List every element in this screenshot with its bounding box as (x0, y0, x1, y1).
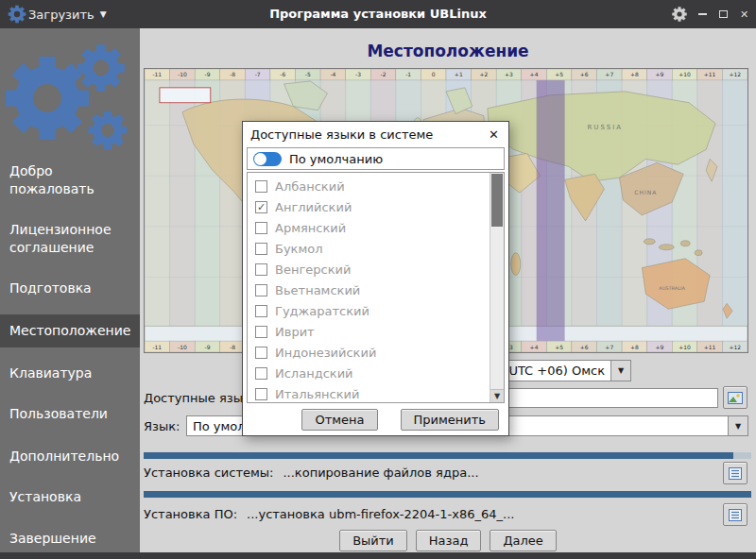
svg-text:-5: -5 (305, 71, 311, 77)
sidebar-item-7[interactable]: Дополнительно (0, 448, 140, 466)
language-row[interactable]: Букмол (248, 238, 490, 259)
scrollbar[interactable]: ▼ (490, 173, 504, 402)
default-toggle-label: По умолчанию (289, 152, 383, 166)
chevron-down-icon: ▼ (735, 422, 741, 431)
page-title: Местоположение (140, 42, 756, 60)
sidebar-item-3[interactable]: Подготовка (0, 280, 140, 297)
default-toggle-row[interactable]: По умолчанию (247, 147, 505, 170)
svg-text:+5: +5 (555, 344, 563, 350)
language-row[interactable]: Вьетнамский (248, 280, 490, 300)
language-checkbox[interactable] (255, 326, 267, 338)
languages-dialog: Доступные языки в системе ✕ По умолчанию… (242, 121, 509, 436)
language-row[interactable]: Иврит (248, 321, 490, 342)
language-name: Итальянский (275, 387, 359, 401)
language-checkbox[interactable]: ✓ (255, 201, 267, 213)
system-log-button[interactable] (723, 462, 747, 484)
back-button[interactable]: Назад (416, 530, 482, 551)
exit-button[interactable]: Выйти (339, 530, 407, 551)
minimize-icon[interactable] (696, 8, 709, 21)
sidebar-item-6[interactable]: Пользователи (0, 405, 140, 423)
language-checkbox[interactable] (255, 284, 267, 296)
default-toggle[interactable] (253, 152, 282, 166)
svg-text:+7: +7 (605, 71, 613, 77)
svg-text:-11: -11 (152, 71, 162, 77)
svg-text:-10: -10 (178, 71, 187, 77)
log-icon (729, 509, 742, 521)
svg-text:+8: +8 (630, 344, 639, 350)
language-checkbox[interactable] (255, 263, 267, 276)
language-checkbox[interactable] (255, 180, 267, 193)
svg-text:-9: -9 (204, 71, 210, 77)
language-row[interactable]: Гуджаратский (248, 300, 490, 321)
sidebar-item-8[interactable]: Установка (0, 488, 140, 506)
language-checkbox[interactable] (255, 388, 267, 400)
chevron-down-icon: ▼ (494, 392, 500, 400)
sidebar-item-1[interactable]: Добро пожаловать (0, 162, 140, 198)
svg-text:+10: +10 (679, 344, 691, 350)
svg-text:+7: +7 (605, 344, 613, 350)
language-checkbox[interactable] (255, 347, 267, 359)
dialog-footer: Отмена Применить (243, 403, 508, 435)
language-dropdown-button[interactable]: ▼ (728, 416, 747, 435)
language-name: Гуджаратский (275, 304, 369, 318)
settings-gear-icon[interactable] (671, 6, 688, 23)
svg-text:-10: -10 (178, 344, 187, 350)
svg-text:-4: -4 (330, 71, 335, 77)
language-name: Венгерский (275, 263, 351, 277)
software-log-button[interactable] (723, 503, 747, 526)
software-progress-fill (144, 491, 751, 498)
language-row[interactable]: Итальянский (248, 383, 490, 402)
language-row[interactable]: Армянский (248, 217, 490, 238)
svg-text:-9: -9 (204, 344, 210, 350)
language-name: Букмол (275, 242, 323, 256)
svg-text:-2: -2 (381, 71, 387, 77)
sidebar-item-5[interactable]: Клавиатура (0, 364, 140, 382)
svg-text:+6: +6 (580, 344, 589, 350)
wizard-footer: Выйти Назад Далее (140, 530, 756, 551)
maximize-icon[interactable] (717, 8, 730, 21)
language-name: Индонезийский (275, 346, 376, 360)
language-row[interactable]: Албанский (248, 176, 490, 196)
language-row[interactable]: Индонезийский (248, 342, 490, 363)
select-languages-button[interactable] (723, 386, 747, 409)
svg-text:-6: -6 (280, 71, 285, 77)
svg-text:-8: -8 (230, 71, 235, 77)
next-button[interactable]: Далее (490, 530, 556, 551)
language-checkbox[interactable] (255, 222, 267, 234)
scroll-down-button[interactable]: ▼ (490, 389, 504, 402)
svg-text:AUSTRALIA: AUSTRALIA (659, 285, 685, 291)
cancel-button[interactable]: Отмена (301, 409, 377, 431)
language-row[interactable]: Исландский (248, 363, 490, 383)
sidebar-item-9[interactable]: Завершение (0, 530, 140, 548)
language-checkbox[interactable] (255, 305, 267, 317)
dialog-close-icon[interactable]: ✕ (487, 127, 501, 142)
chevron-down-icon: ▼ (618, 366, 624, 375)
scrollbar-thumb[interactable] (491, 174, 503, 227)
language-checkbox[interactable] (255, 367, 267, 380)
svg-text:-7: -7 (255, 71, 261, 77)
svg-text:+4: +4 (530, 344, 539, 350)
language-row[interactable]: Венгерский (248, 259, 490, 280)
system-status-row: Установка системы: ...копирование файлов… (144, 466, 479, 480)
apply-button[interactable]: Применить (401, 409, 499, 431)
svg-text:+5: +5 (555, 71, 563, 77)
window-title: Программа установки UBLinux (0, 0, 756, 28)
system-status-label: Установка системы: (144, 466, 273, 480)
timezone-dropdown-button[interactable]: ▼ (610, 361, 630, 381)
language-row[interactable]: ✓Английский (248, 196, 490, 217)
software-status-row: Установка ПО: ...установка ubm-firefox-2… (144, 507, 514, 521)
language-name: Албанский (275, 179, 345, 194)
bottom-strip (0, 552, 756, 559)
sidebar-item-4[interactable]: Местоположение (0, 314, 140, 347)
svg-text:+9: +9 (656, 344, 664, 350)
system-progress-bar (144, 452, 751, 459)
svg-text:-3: -3 (355, 71, 361, 77)
sidebar-item-2[interactable]: Лицензионное соглашение (0, 221, 140, 257)
sidebar-nav: Добро пожаловатьЛицензионное соглашениеП… (0, 28, 140, 552)
svg-text:+4: +4 (530, 71, 539, 77)
svg-text:+11: +11 (704, 71, 716, 77)
language-checkbox[interactable] (255, 243, 267, 255)
close-icon[interactable]: ✕ (738, 8, 750, 21)
dialog-title: Доступные языки в системе (250, 127, 433, 142)
svg-text:+8: +8 (630, 71, 639, 77)
